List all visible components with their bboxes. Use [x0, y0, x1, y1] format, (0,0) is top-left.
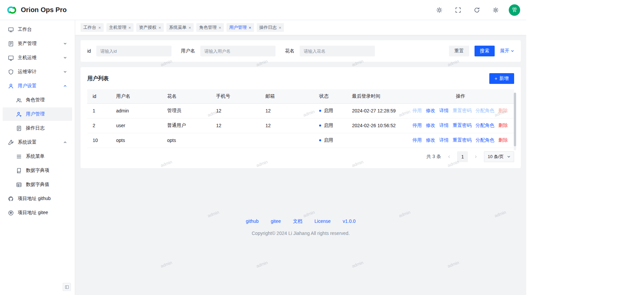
expand-button[interactable]: 展开	[500, 48, 514, 54]
fullscreen-button[interactable]	[452, 4, 464, 16]
col-actions: 操作	[407, 89, 514, 103]
tab-label: 角色管理	[199, 24, 216, 31]
sidebar-item-github[interactable]: 项目地址 github	[3, 192, 72, 205]
refresh-icon	[474, 7, 480, 13]
tab-workbench[interactable]: 工作台×	[81, 23, 104, 32]
close-icon[interactable]: ×	[158, 26, 161, 30]
tab-system-menu[interactable]: 系统菜单×	[166, 23, 194, 32]
theme-toggle-button[interactable]	[434, 4, 445, 16]
sidebar-item-user-management[interactable]: 用户管理	[3, 107, 72, 121]
refresh-button[interactable]	[471, 4, 483, 16]
sidebar-item-system-menu[interactable]: 系统菜单	[3, 150, 72, 163]
close-icon[interactable]: ×	[218, 26, 221, 30]
cell-email	[260, 133, 314, 148]
action-delete[interactable]: 删除	[498, 122, 508, 129]
cell-username: admin	[111, 103, 162, 118]
sidebar-item-operation-log[interactable]: 操作日志	[3, 121, 72, 135]
col-username: 用户名	[111, 89, 162, 103]
settings-button[interactable]	[490, 4, 501, 16]
workbench-icon	[8, 27, 14, 33]
close-icon[interactable]: ×	[129, 26, 131, 30]
table-scrollbar[interactable]	[514, 93, 516, 150]
cell-mobile	[211, 133, 260, 148]
sidebar-item-host-ops[interactable]: 主机运维	[3, 51, 72, 64]
action-assign-role[interactable]: 分配角色	[476, 122, 494, 129]
action-reset-password[interactable]: 重置密码	[453, 137, 472, 143]
sidebar-item-asset-management[interactable]: 资产管理	[3, 37, 72, 50]
close-icon[interactable]: ×	[98, 26, 101, 30]
tab-host-management[interactable]: 主机管理×	[106, 23, 134, 32]
tab-role-management[interactable]: 角色管理×	[196, 23, 224, 32]
user-add-icon	[16, 111, 22, 117]
sidebar-item-workbench[interactable]: 工作台	[3, 23, 72, 36]
tab-operation-log[interactable]: 操作日志×	[257, 23, 284, 32]
tab-label: 用户管理	[229, 24, 247, 31]
page-number[interactable]: 1	[457, 151, 468, 162]
close-icon[interactable]: ×	[279, 26, 282, 30]
add-user-button[interactable]: + 新增	[489, 73, 514, 84]
page-content: id 用户名 花名 重置 搜索 展开	[75, 35, 526, 241]
sidebar-collapse-button[interactable]	[63, 283, 71, 291]
add-label: 新增	[499, 76, 509, 82]
status-label: 启用	[324, 108, 333, 114]
tab-label: 操作日志	[259, 24, 277, 31]
footer-link-github[interactable]: github	[246, 218, 259, 225]
scrollbar-thumb[interactable]	[514, 93, 516, 146]
sidebar-item-label: 资产管理	[18, 41, 37, 47]
sidebar-item-role-management[interactable]: 角色管理	[3, 93, 72, 107]
page-size-select[interactable]: 10 条/页	[484, 151, 514, 162]
pagination: 共 3 条 1 10 条/页	[87, 148, 514, 165]
sidebar-item-ops-audit[interactable]: 运维审计	[3, 65, 72, 79]
action-delete[interactable]: 删除	[498, 137, 508, 143]
status-dot	[319, 110, 321, 112]
close-icon[interactable]: ×	[189, 26, 191, 30]
action-detail[interactable]: 详情	[439, 137, 449, 143]
user-icon	[8, 83, 14, 89]
prev-page-button[interactable]	[444, 152, 454, 161]
tab-asset-auth[interactable]: 资产授权×	[136, 23, 164, 32]
nickname-input[interactable]	[300, 46, 375, 56]
footer-link-docs[interactable]: 文档	[293, 218, 302, 225]
sidebar-item-dict-key[interactable]: 数据字典项	[3, 164, 72, 177]
action-detail[interactable]: 详情	[439, 108, 449, 114]
action-reset-password: 重置密码	[453, 108, 472, 114]
sidebar-item-user-settings[interactable]: 用户设置	[3, 79, 72, 93]
user-avatar[interactable]: 管	[509, 4, 520, 16]
footer-link-gitee[interactable]: gitee	[271, 218, 281, 225]
action-assign-role: 分配角色	[476, 108, 494, 114]
action-detail[interactable]: 详情	[439, 122, 449, 129]
chevron-up-icon	[63, 84, 67, 88]
sidebar-item-dict-value[interactable]: 数据字典值	[3, 178, 72, 191]
footer-link-license[interactable]: License	[314, 218, 331, 225]
chevron-down-icon	[63, 42, 67, 45]
field-label: id	[87, 48, 91, 54]
sidebar-item-label: 主机运维	[18, 55, 37, 61]
search-button[interactable]: 搜索	[475, 46, 495, 56]
cell-email: 12	[260, 118, 314, 133]
action-reset-password[interactable]: 重置密码	[453, 122, 472, 129]
username-input[interactable]	[200, 46, 276, 56]
action-assign-role[interactable]: 分配角色	[476, 137, 494, 143]
action-disable[interactable]: 停用	[412, 137, 422, 143]
tab-user-management[interactable]: 用户管理×	[227, 23, 254, 32]
close-icon[interactable]: ×	[249, 26, 251, 30]
action-edit[interactable]: 修改	[426, 137, 435, 143]
table-row: 1 admin 管理员 12 12 启用 2024-02-27 12:28:59…	[87, 103, 514, 118]
reset-button[interactable]: 重置	[449, 46, 469, 56]
tab-label: 资产授权	[139, 24, 156, 31]
asset-icon	[8, 41, 14, 47]
search-panel: id 用户名 花名 重置 搜索 展开	[81, 40, 521, 62]
sidebar-item-system-settings[interactable]: 系统设置	[3, 136, 72, 149]
action-edit[interactable]: 修改	[426, 108, 435, 114]
footer-link-version[interactable]: v1.0.0	[343, 218, 355, 225]
github-icon	[8, 196, 14, 202]
id-input[interactable]	[96, 46, 171, 56]
action-edit[interactable]: 修改	[426, 122, 435, 129]
chevron-down-icon	[511, 49, 514, 53]
action-disable[interactable]: 停用	[412, 122, 422, 129]
table-icon	[16, 182, 22, 188]
sidebar-item-gitee[interactable]: 项目地址 gitee	[3, 206, 72, 219]
next-page-button[interactable]	[471, 152, 481, 161]
sidebar-item-label: 用户设置	[18, 83, 37, 89]
page-size-value: 10 条/页	[488, 154, 504, 160]
